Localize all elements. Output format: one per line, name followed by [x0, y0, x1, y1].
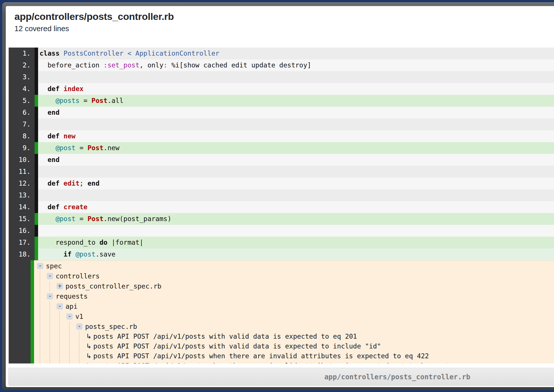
test-case-label: posts API POST /api/v1/posts when there …	[93, 362, 453, 363]
line-number: 1.	[9, 48, 35, 59]
collapse-toggle-icon[interactable]: -	[57, 303, 63, 310]
line-number: 14.	[9, 201, 35, 213]
line-number: 17.	[9, 237, 35, 248]
coverage-strip	[35, 166, 38, 178]
code-line: 14. def create	[9, 201, 554, 213]
line-number: 8.	[9, 130, 35, 142]
tree-node-row: -controllers	[47, 271, 554, 281]
test-case-item: ↳posts API POST /api/v1/posts when there…	[86, 351, 554, 361]
tree-node-label: posts_controller_spec.rb	[65, 282, 161, 290]
line-number: 2.	[9, 59, 35, 71]
tree-node-row: +posts_controller_spec.rb	[57, 281, 554, 291]
source-code: def edit; end	[38, 178, 554, 189]
branch-arrow-icon: ↳	[86, 352, 91, 360]
code-line: 10. end	[9, 154, 554, 166]
coverage-strip	[35, 95, 38, 107]
tree-node-row: -v1	[66, 311, 554, 321]
coverage-strip	[35, 178, 38, 189]
code-line: 4. def index	[9, 83, 554, 95]
code-line: 3.	[9, 71, 554, 83]
test-case-label: posts API POST /api/v1/posts with valid …	[93, 342, 381, 350]
code-line: 6. end	[9, 107, 554, 118]
code-line: 11.	[9, 166, 554, 178]
tree-node-row: -requests	[47, 291, 554, 301]
collapse-toggle-icon[interactable]: -	[76, 323, 83, 330]
test-case-item: ↳posts API POST /api/v1/posts with valid…	[86, 331, 554, 341]
line-number-gutter	[9, 260, 31, 363]
expand-toggle-icon[interactable]: +	[57, 283, 63, 289]
code-listing: 1.class PostsController < ApplicationCon…	[9, 48, 554, 363]
collapse-toggle-icon[interactable]: -	[37, 263, 43, 269]
collapse-toggle-icon[interactable]: -	[47, 293, 53, 299]
test-coverage-tooltip: -spec-controllers+posts_controller_spec.…	[34, 260, 554, 363]
line-number: 18.	[9, 248, 35, 260]
code-line: 1.class PostsController < ApplicationCon…	[9, 48, 554, 59]
line-number: 3.	[9, 71, 35, 83]
collapse-toggle-icon[interactable]: -	[47, 273, 53, 279]
branch-arrow-icon: ↳	[86, 342, 91, 350]
line-number: 5.	[9, 95, 35, 107]
source-code	[38, 166, 554, 178]
source-code: before_action :set_post, only: %i[show c…	[38, 59, 554, 71]
line-number: 12.	[9, 178, 35, 189]
line-number: 10.	[9, 154, 35, 166]
source-code: def create	[38, 201, 554, 213]
source-code: end	[38, 154, 554, 166]
code-line: 18. if @post.save	[9, 248, 554, 260]
coverage-strip	[35, 225, 38, 237]
test-case-item: ↳posts API POST /api/v1/posts with valid…	[86, 341, 554, 351]
source-code	[38, 71, 554, 83]
tree-node-row: -spec	[37, 261, 554, 271]
tree-node-label: posts_spec.rb	[85, 323, 137, 330]
source-code: def index	[38, 83, 554, 95]
line-number: 16.	[9, 225, 35, 237]
coverage-tooltip-row: -spec-controllers+posts_controller_spec.…	[9, 260, 554, 363]
coverage-strip	[35, 71, 38, 83]
branch-arrow-icon: ↳	[86, 333, 91, 340]
code-line: 12. def edit; end	[9, 178, 554, 189]
coverage-strip	[35, 237, 38, 248]
branch-arrow-icon: ↳	[86, 362, 91, 363]
line-number: 11.	[9, 166, 35, 178]
coverage-strip	[35, 189, 38, 201]
line-number: 9.	[9, 142, 35, 154]
code-line: 15. @post = Post.new(post_params)	[9, 213, 554, 225]
tree-node-label: api	[65, 303, 78, 310]
tree-node-label: requests	[56, 293, 88, 300]
tree-node-row: -api	[57, 301, 554, 311]
line-number: 15.	[9, 213, 35, 225]
source-code: @post = Post.new(post_params)	[38, 213, 554, 225]
tree-node-row: -posts_spec.rb	[76, 321, 554, 331]
source-code: if @post.save	[38, 248, 554, 260]
line-number: 13.	[9, 189, 35, 201]
source-code	[38, 225, 554, 237]
coverage-strip	[35, 213, 38, 225]
coverage-viewer-window: app/controllers/posts_controller.rb 12 c…	[0, 0, 554, 392]
code-line: 8. def new	[9, 130, 554, 142]
code-line: 5. @posts = Post.all	[9, 95, 554, 107]
tree-node-label: spec	[46, 262, 62, 270]
coverage-strip	[35, 59, 38, 71]
code-line: 9. @post = Post.new	[9, 142, 554, 154]
test-case-item: ↳posts API POST /api/v1/posts when there…	[86, 361, 554, 363]
collapse-toggle-icon[interactable]: -	[66, 313, 73, 320]
source-code: @posts = Post.all	[38, 95, 554, 107]
code-line: 2. before_action :set_post, only: %i[sho…	[9, 59, 554, 71]
coverage-strip	[35, 83, 38, 95]
source-code: def new	[38, 130, 554, 142]
source-code: @post = Post.new	[38, 142, 554, 154]
coverage-strip	[35, 107, 38, 118]
file-coverage-panel: app/controllers/posts_controller.rb 12 c…	[6, 6, 554, 387]
covered-lines-count: 12 covered lines	[14, 24, 554, 33]
source-code: respond_to do |format|	[38, 237, 554, 248]
source-code: end	[38, 107, 554, 118]
source-code	[38, 189, 554, 201]
line-number: 7.	[9, 118, 35, 130]
footer-bar: app/controllers/posts_controller.rb	[8, 368, 554, 386]
coverage-strip	[35, 142, 38, 154]
line-number: 4.	[9, 83, 35, 95]
source-code: class PostsController < ApplicationContr…	[38, 48, 554, 59]
coverage-strip	[35, 154, 38, 166]
code-line: 16.	[9, 225, 554, 237]
coverage-strip	[31, 260, 34, 363]
